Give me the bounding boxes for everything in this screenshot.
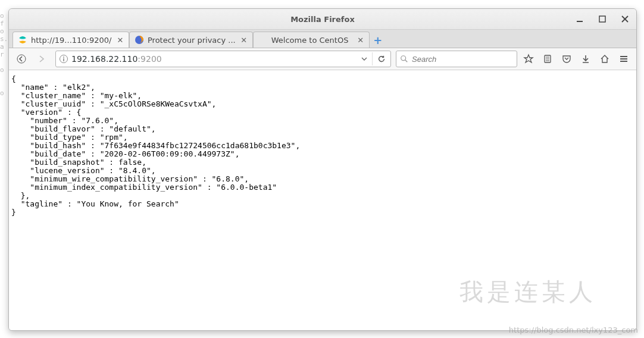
editor-gutter: o f o s. a r o o [0, 12, 8, 327]
svg-rect-1 [599, 16, 605, 22]
toolbar-icons [520, 51, 633, 67]
svg-line-10 [405, 60, 408, 62]
tab-2[interactable]: Protect your privacy ... ✕ [129, 32, 253, 48]
search-bar[interactable] [396, 51, 517, 67]
close-tab-icon[interactable]: ✕ [356, 35, 365, 45]
close-button[interactable] [617, 12, 633, 26]
site-info-icon[interactable] [58, 54, 69, 64]
elastic-icon [18, 35, 27, 45]
page-content: { "name" : "elk2", "cluster_name" : "my-… [9, 70, 636, 330]
json-response: { "name" : "elk2", "cluster_name" : "my-… [9, 75, 636, 217]
tab-strip: http://19...110:9200/ ✕ Protect your pri… [9, 30, 636, 48]
search-input[interactable] [411, 54, 513, 64]
tab-label: http://19...110:9200/ [31, 36, 112, 45]
url-dropdown-icon[interactable] [359, 54, 370, 64]
url-port: :9200 [137, 54, 161, 64]
back-button[interactable] [12, 51, 30, 67]
new-tab-button[interactable]: + [370, 32, 386, 48]
svg-rect-8 [63, 58, 64, 61]
library-button[interactable] [539, 51, 557, 67]
maximize-button[interactable] [595, 12, 610, 26]
home-button[interactable] [596, 51, 614, 67]
blank-icon [258, 35, 268, 45]
pocket-button[interactable] [558, 51, 576, 67]
tab-label: Protect your privacy ... [148, 36, 236, 45]
svg-point-7 [63, 57, 64, 58]
tab-1[interactable]: http://19...110:9200/ ✕ [12, 32, 129, 48]
svg-point-9 [401, 56, 406, 61]
titlebar: Mozilla Firefox [9, 9, 636, 30]
close-tab-icon[interactable]: ✕ [239, 35, 249, 45]
search-icon [400, 55, 408, 63]
nav-toolbar: 192.168.22.110:9200 [9, 48, 636, 70]
tab-label: Welcome to CentOS [271, 36, 352, 45]
menu-button[interactable] [615, 51, 633, 67]
browser-window: Mozilla Firefox http://19...110:9200/ ✕ [8, 8, 637, 331]
forward-button[interactable] [33, 51, 51, 67]
bookmark-star-button[interactable] [520, 51, 537, 67]
url-host: 192.168.22.110 [71, 54, 137, 64]
minimize-button[interactable] [572, 12, 587, 26]
window-controls [572, 9, 633, 29]
close-tab-icon[interactable]: ✕ [115, 35, 125, 45]
firefox-icon [135, 35, 144, 45]
reload-button[interactable] [372, 52, 388, 65]
url-text[interactable]: 192.168.22.110:9200 [71, 54, 359, 64]
window-title: Mozilla Firefox [290, 15, 355, 24]
downloads-button[interactable] [577, 51, 595, 67]
tab-3[interactable]: Welcome to CentOS ✕ [253, 32, 370, 48]
svg-point-5 [17, 55, 26, 63]
url-bar[interactable]: 192.168.22.110:9200 [55, 51, 391, 67]
